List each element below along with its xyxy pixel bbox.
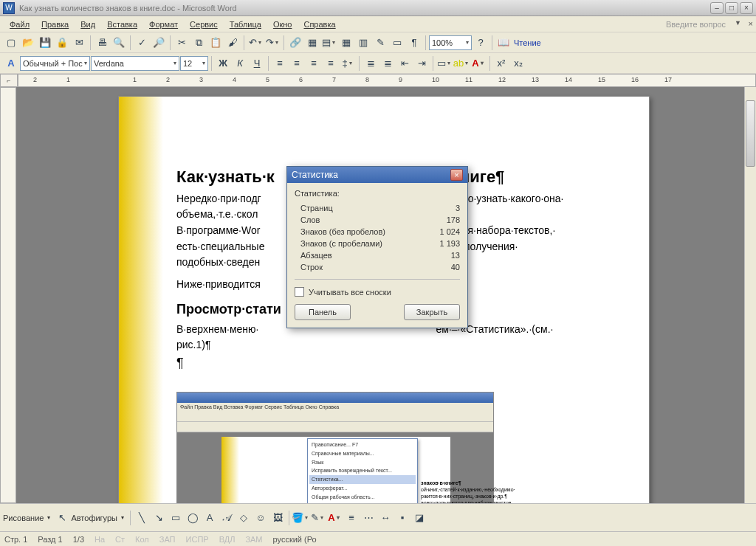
columns-icon[interactable]: ▥	[355, 35, 371, 51]
decrease-indent-icon[interactable]: ⇤	[396, 55, 413, 72]
undo-icon[interactable]: ↶▾	[247, 35, 264, 51]
styles-pane-icon[interactable]: A	[3, 55, 19, 72]
line-spacing-icon[interactable]: ‡▾	[340, 55, 356, 72]
maximize-button[interactable]: □	[725, 2, 738, 14]
menu-window[interactable]: Окно	[268, 18, 298, 30]
menu-edit[interactable]: Правка	[36, 18, 74, 30]
close-button[interactable]: ×	[740, 2, 753, 14]
stat-row: Знаков (без пробелов)1 024	[295, 226, 460, 238]
borders-icon[interactable]: ▭▾	[436, 55, 453, 72]
font-color-icon[interactable]: A▾	[470, 55, 487, 72]
print-icon[interactable]: 🖶	[94, 35, 110, 51]
ruler-corner-icon[interactable]: ⌐	[0, 74, 18, 87]
oval-icon[interactable]: ◯	[185, 510, 201, 526]
reading-layout-icon[interactable]: 📖	[495, 35, 512, 51]
select-objects-icon[interactable]: ↖	[54, 510, 70, 526]
paste-icon[interactable]: 📋	[207, 35, 224, 51]
checkbox-icon[interactable]	[295, 287, 304, 297]
dialog-close-button[interactable]: ×	[450, 169, 463, 181]
drawing-label[interactable]: Рисование	[3, 514, 44, 522]
increase-indent-icon[interactable]: ⇥	[413, 55, 430, 72]
arrow-style-icon[interactable]: ↔	[377, 510, 394, 526]
scrollbar-thumb[interactable]	[746, 100, 755, 167]
bullets-icon[interactable]: ≣	[379, 55, 396, 72]
dialog-titlebar[interactable]: Статистика ×	[287, 167, 467, 183]
reading-layout-link[interactable]: Чтение	[512, 38, 543, 47]
align-justify-icon[interactable]: ≡	[323, 55, 339, 72]
embedded-tools-menu: Правописание... F7Справочные материалы..…	[307, 438, 418, 503]
picture-icon[interactable]: 🖼	[269, 510, 286, 526]
copy-icon[interactable]: ⧉	[190, 35, 207, 51]
permissions-icon[interactable]: 🔒	[54, 35, 70, 51]
status-lang: русский (Ро	[273, 535, 317, 544]
align-left-icon[interactable]: ≡	[272, 55, 288, 72]
insert-table-icon[interactable]: ▤▾	[321, 35, 337, 51]
close-button[interactable]: Закрыть	[404, 304, 460, 320]
vertical-scrollbar[interactable]	[744, 87, 756, 503]
autoshapes-label[interactable]: Автофигуры	[71, 514, 117, 522]
diagram-icon[interactable]: ◇	[236, 510, 252, 526]
menu-tools[interactable]: Сервис	[185, 18, 223, 30]
chevron-down-icon[interactable]: ▾	[118, 514, 127, 521]
close-doc-button[interactable]: ×	[749, 19, 753, 28]
font-color-icon[interactable]: A▾	[326, 510, 343, 526]
style-combo[interactable]: Обычный + Пос▾	[20, 56, 90, 71]
hyperlink-icon[interactable]: 🔗	[287, 35, 303, 51]
vertical-ruler[interactable]	[0, 87, 16, 503]
numbering-icon[interactable]: ≣	[362, 55, 379, 72]
new-doc-icon[interactable]: ▢	[3, 35, 19, 51]
subscript-icon[interactable]: x₂	[510, 55, 526, 72]
clipart-icon[interactable]: ☺	[252, 510, 269, 526]
spellcheck-icon[interactable]: ✓	[134, 35, 150, 51]
superscript-icon[interactable]: x²	[493, 55, 509, 72]
include-footnotes-checkbox[interactable]: Учитывать все сноски	[295, 286, 460, 304]
help-icon[interactable]: ?	[472, 35, 489, 51]
show-marks-icon[interactable]: ¶	[406, 35, 422, 51]
highlight-icon[interactable]: ab▾	[453, 55, 470, 72]
menu-table[interactable]: Таблица	[224, 18, 267, 30]
font-size-combo[interactable]: 12▾	[180, 56, 208, 71]
arrow-icon[interactable]: ↘	[151, 510, 167, 526]
bold-button[interactable]: Ж	[215, 55, 231, 72]
textbox-icon[interactable]: A	[202, 510, 218, 526]
rectangle-icon[interactable]: ▭	[168, 510, 184, 526]
status-line: Ст	[115, 535, 125, 544]
zoom-combo[interactable]: 100%▾	[429, 35, 472, 50]
save-icon[interactable]: 💾	[37, 35, 53, 51]
align-right-icon[interactable]: ≡	[306, 55, 322, 72]
chevron-down-icon[interactable]: ▾	[44, 514, 53, 521]
underline-button[interactable]: Ч	[249, 55, 265, 72]
menu-help[interactable]: Справка	[298, 18, 340, 30]
fill-color-icon[interactable]: 🪣▾	[292, 510, 309, 526]
panel-button[interactable]: Панель	[295, 304, 351, 320]
research-icon[interactable]: 🔎	[151, 35, 167, 51]
align-center-icon[interactable]: ≡	[289, 55, 305, 72]
line-color-icon[interactable]: ✎▾	[309, 510, 326, 526]
open-icon[interactable]: 📂	[20, 35, 36, 51]
format-painter-icon[interactable]: 🖌	[224, 35, 241, 51]
docmap-icon[interactable]: ▭	[389, 35, 405, 51]
horizontal-ruler[interactable]: 211234567891011121314151617	[18, 74, 756, 87]
line-icon[interactable]: ╲	[134, 510, 150, 526]
menu-view[interactable]: Вид	[75, 18, 100, 30]
tables-borders-icon[interactable]: ▦	[304, 35, 320, 51]
excel-icon[interactable]: ▦	[338, 35, 354, 51]
toolbar-options-arrow-icon[interactable]: ▼	[735, 19, 741, 27]
drawing-toggle-icon[interactable]: ✎	[372, 35, 388, 51]
redo-icon[interactable]: ↷▾	[264, 35, 281, 51]
print-preview-icon[interactable]: 🔍	[111, 35, 127, 51]
menu-insert[interactable]: Вставка	[102, 18, 142, 30]
menu-file[interactable]: Файл	[4, 18, 35, 30]
menu-format[interactable]: Формат	[144, 18, 183, 30]
wordart-icon[interactable]: 𝒜	[219, 510, 235, 526]
3d-icon[interactable]: ◪	[411, 510, 427, 526]
shadow-icon[interactable]: ▪	[394, 510, 410, 526]
italic-button[interactable]: К	[232, 55, 248, 72]
email-icon[interactable]: ✉	[71, 35, 87, 51]
font-combo[interactable]: Verdana▾	[91, 56, 179, 71]
cut-icon[interactable]: ✂	[173, 35, 190, 51]
stat-label: Строк	[300, 263, 423, 272]
minimize-button[interactable]: –	[710, 2, 724, 14]
dash-style-icon[interactable]: ⋯	[360, 510, 377, 526]
line-style-icon[interactable]: ≡	[343, 510, 360, 526]
